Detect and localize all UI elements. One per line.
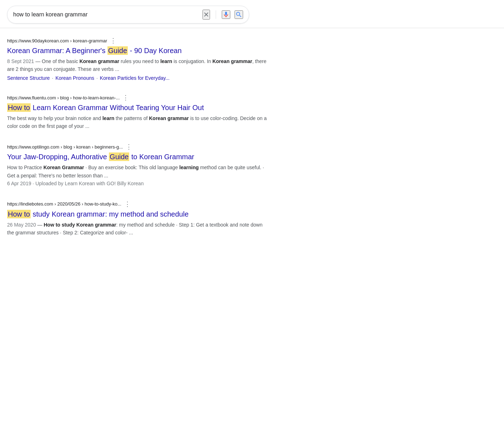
result-url: https://lindiebotes.com › 2020/05/26 › h… xyxy=(7,201,121,207)
search-icon xyxy=(235,11,242,18)
highlight: Guide xyxy=(107,46,128,55)
result-url-row: https://www.fluentu.com › blog › how-to-… xyxy=(7,94,271,102)
sub-link-korean-particles[interactable]: Korean Particles for Everyday... xyxy=(100,75,170,81)
sub-link-sentence-structure[interactable]: Sentence Structure xyxy=(7,75,50,81)
more-options-button[interactable]: ⋮ xyxy=(124,200,131,208)
result-item: https://www.90daykorean.com › korean-gra… xyxy=(7,37,271,81)
highlight: How to xyxy=(7,210,31,218)
result-url: https://www.optilingo.com › blog › korea… xyxy=(7,144,123,150)
result-url: https://www.fluentu.com › blog › how-to-… xyxy=(7,95,120,100)
mic-button[interactable] xyxy=(222,10,230,19)
close-icon: ✕ xyxy=(203,10,209,19)
search-icons: ✕ xyxy=(203,10,243,20)
sub-link-korean-pronouns[interactable]: Korean Pronouns xyxy=(56,75,94,81)
result-url-row: https://www.optilingo.com › blog › korea… xyxy=(7,143,271,151)
highlight: Guide xyxy=(109,152,129,161)
more-options-button[interactable]: ⋮ xyxy=(126,143,132,151)
result-title-link[interactable]: How to study Korean grammar: my method a… xyxy=(7,209,271,219)
result-item: https://www.optilingo.com › blog › korea… xyxy=(7,143,271,187)
more-options-button[interactable]: ⋮ xyxy=(110,37,117,45)
sub-link-sep: · xyxy=(52,75,53,81)
result-item: https://www.fluentu.com › blog › how-to-… xyxy=(7,94,271,130)
search-bar: ✕ xyxy=(7,6,249,24)
highlight: How to xyxy=(7,103,31,112)
mic-icon xyxy=(222,11,230,18)
result-item: https://lindiebotes.com › 2020/05/26 › h… xyxy=(7,200,271,237)
sub-links: Sentence Structure · Korean Pronouns · K… xyxy=(7,75,271,81)
search-input[interactable] xyxy=(13,11,203,18)
result-snippet: The best way to help your brain notice a… xyxy=(7,114,271,130)
result-title-link[interactable]: How to Learn Korean Grammar Without Tear… xyxy=(7,103,271,112)
results-container: https://www.90daykorean.com › korean-gra… xyxy=(0,28,278,256)
result-title-link[interactable]: Korean Grammar: A Beginner's Guide - 90 … xyxy=(7,46,271,55)
sub-link-sep: · xyxy=(96,75,98,81)
clear-button[interactable]: ✕ xyxy=(203,10,210,20)
result-snippet: 8 Sept 2021 — One of the basic Korean gr… xyxy=(7,57,271,73)
divider xyxy=(216,10,216,19)
result-date: 6 Apr 2019 · Uploaded by Learn Korean wi… xyxy=(7,181,144,186)
result-title-link[interactable]: Your Jaw-Dropping, Authorative Guide to … xyxy=(7,152,271,161)
more-options-button[interactable]: ⋮ xyxy=(122,94,129,102)
result-snippet: 26 May 2020 — How to study Korean gramma… xyxy=(7,221,271,237)
result-date: 26 May 2020 xyxy=(7,222,36,228)
result-snippet: How to Practice Korean Grammar · Buy an … xyxy=(7,164,271,187)
result-url-row: https://lindiebotes.com › 2020/05/26 › h… xyxy=(7,200,271,208)
result-url-row: https://www.90daykorean.com › korean-gra… xyxy=(7,37,271,45)
result-url: https://www.90daykorean.com › korean-gra… xyxy=(7,38,107,43)
search-button[interactable] xyxy=(235,10,243,19)
search-bar-container: ✕ xyxy=(0,0,504,28)
result-date: 8 Sept 2021 xyxy=(7,58,34,64)
